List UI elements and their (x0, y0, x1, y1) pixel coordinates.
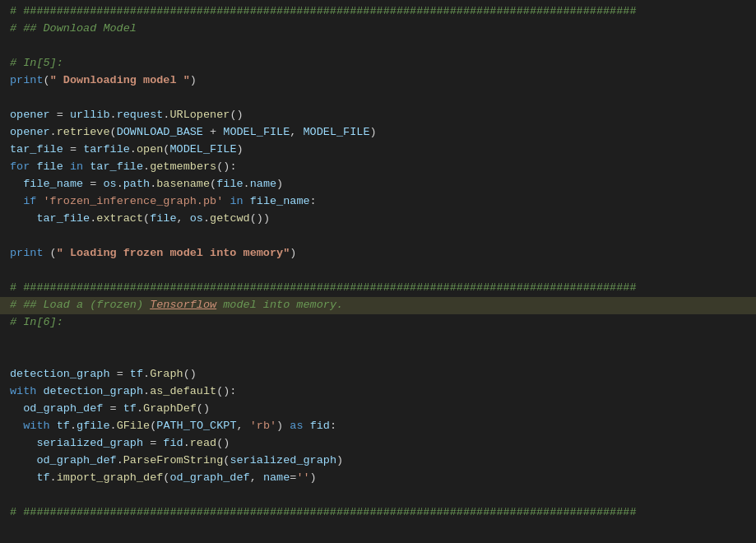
code-line-30: # ######################################… (0, 504, 756, 522)
code-line-9: tar_file = tarfile.open(MODEL_FILE) (0, 142, 756, 159)
code-line-17: # ######################################… (0, 280, 756, 297)
code-line-8: opener.retrieve(DOWNLOAD_BASE + MODEL_FI… (0, 124, 756, 142)
code-line-28: tf.import_graph_def(od_graph_def, name='… (0, 470, 756, 487)
code-line-24: od_graph_def = tf.GraphDef() (0, 401, 756, 418)
code-line-6 (0, 90, 756, 107)
code-line-15: print (" Loading frozen model into memor… (0, 245, 756, 262)
code-line-20 (0, 332, 756, 349)
code-line-18: # ## Load a (frozen) Tensorflow model in… (0, 297, 756, 314)
code-line-5: print(" Downloading model ") (0, 72, 756, 90)
code-line-1: # ######################################… (0, 3, 756, 21)
code-line-13: tar_file.extract(file, os.getcwd()) (0, 211, 756, 228)
code-line-7: opener = urllib.request.URLopener() (0, 107, 756, 124)
code-line-19: # In[6]: (0, 314, 756, 332)
code-line-11: file_name = os.path.basename(file.name) (0, 176, 756, 193)
code-line-16 (0, 262, 756, 280)
code-line-22: detection_graph = tf.Graph() (0, 366, 756, 383)
code-line-2: # ## Download Model (0, 21, 756, 38)
code-line-29 (0, 487, 756, 504)
code-line-27: od_graph_def.ParseFromString(serialized_… (0, 452, 756, 470)
line-4-content: # In[5]: (7, 55, 63, 72)
line-1-content: # ######################################… (7, 3, 637, 21)
code-line-25: with tf.gfile.GFile(PATH_TO_CKPT, 'rb') … (0, 418, 756, 435)
code-line-26: serialized_graph = fid.read() (0, 435, 756, 452)
line-2-content: # ## Download Model (7, 21, 137, 38)
code-line-3 (0, 38, 756, 55)
code-editor: # ######################################… (0, 0, 756, 543)
code-line-23: with detection_graph.as_default(): (0, 383, 756, 401)
code-line-10: for file in tar_file.getmembers(): (0, 159, 756, 176)
code-line-4: # In[5]: (0, 55, 756, 72)
code-line-14 (0, 228, 756, 245)
code-line-21 (0, 349, 756, 366)
code-line-12: if 'frozen_inference_graph.pb' in file_n… (0, 193, 756, 211)
